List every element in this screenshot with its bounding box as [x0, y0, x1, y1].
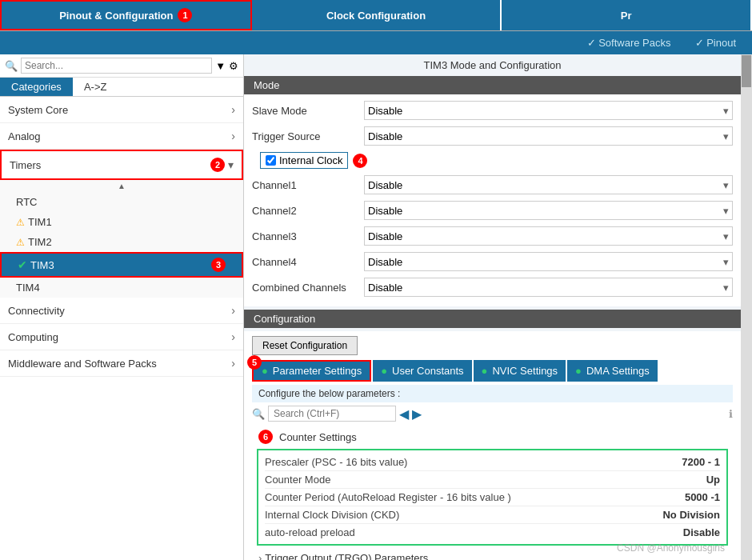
channel1-label: Channel1 — [252, 179, 364, 191]
channel3-select[interactable]: Disable ▾ — [364, 226, 733, 246]
pr-tab-label: Pr — [621, 10, 632, 22]
slave-mode-value: Disable — [368, 105, 402, 117]
chevron-right-icon: › — [231, 357, 235, 370]
channel4-select[interactable]: Disable ▾ — [364, 252, 733, 271]
clock-tab-label: Clock Configuration — [326, 10, 426, 22]
channel2-select[interactable]: Disable ▾ — [364, 201, 733, 220]
computing-label: Computing — [8, 331, 58, 343]
sidebar-item-tim4[interactable]: TIM4 — [0, 278, 243, 298]
sidebar-item-rtc[interactable]: RTC — [0, 192, 243, 212]
sidebar-item-tim1[interactable]: ⚠ TIM1 — [0, 212, 243, 232]
sidebar-item-tim2[interactable]: ⚠ TIM2 — [0, 232, 243, 252]
combined-channels-row: Combined Channels Disable ▾ — [252, 276, 733, 298]
warn-icon-tim2: ⚠ — [16, 237, 25, 248]
sidebar-item-computing[interactable]: Computing › — [0, 324, 243, 350]
tim1-label: TIM1 — [28, 216, 52, 228]
internal-clock-label: Internal Clock — [279, 154, 342, 166]
watermark: CSDN @Anonymousgirls — [617, 542, 725, 554]
right-scrollbar[interactable] — [741, 54, 752, 560]
chevron-right-icon: › — [231, 130, 235, 142]
channel4-row: Channel4 Disable ▾ — [252, 250, 733, 273]
prescaler-value: 7200 - 1 — [682, 456, 720, 468]
pinout-badge: 1 — [178, 8, 192, 22]
counter-row-period: Counter Period (AutoReload Register - 16… — [265, 489, 720, 506]
tim2-label: TIM2 — [28, 236, 52, 248]
counter-settings-header[interactable]: 6 Counter Settings — [252, 426, 733, 447]
sidebar-item-system-core[interactable]: System Core › — [0, 97, 243, 123]
channel1-row: Channel1 Disable ▾ — [252, 174, 733, 196]
prev-nav-icon[interactable]: ◀ — [399, 406, 409, 422]
channel4-value: Disable — [368, 256, 402, 268]
channel1-select[interactable]: Disable ▾ — [364, 175, 733, 194]
analog-label: Analog — [8, 130, 40, 142]
user-tab-label: User Constants — [392, 365, 464, 377]
channel2-label: Channel2 — [252, 205, 364, 217]
prescaler-label: Prescaler (PSC - 16 bits value) — [265, 456, 407, 468]
pr-tab[interactable]: Pr — [502, 0, 752, 30]
counter-period-label: Counter Period (AutoReload Register - 16… — [265, 491, 511, 503]
dma-settings-tab[interactable]: ● DMA Settings — [567, 360, 658, 382]
pinout-tab[interactable]: Pinout & Configuration 1 — [0, 0, 252, 30]
gear-icon[interactable]: ⚙ — [229, 60, 238, 72]
user-constants-tab[interactable]: ● User Constants — [373, 360, 471, 382]
trigger-output-label: Trigger Output (TRGO) Parameters — [265, 552, 428, 560]
chevron-down-icon: ▾ — [723, 105, 729, 117]
sidebar-item-middleware[interactable]: Middleware and Software Packs › — [0, 350, 243, 377]
param-tab-label: Parameter Settings — [273, 365, 362, 377]
search-param-input[interactable] — [268, 406, 396, 422]
tab-categories[interactable]: Categories — [0, 78, 73, 96]
channel1-value: Disable — [368, 179, 402, 191]
sidebar-item-tim3[interactable]: ✔ TIM3 3 — [0, 252, 243, 278]
search-icon: 🔍 — [5, 60, 18, 72]
sidebar-item-connectivity[interactable]: Connectivity › — [0, 298, 243, 324]
param-badge: 5 — [247, 355, 262, 370]
scroll-thumb — [742, 55, 751, 87]
reload-value: Disable — [683, 526, 720, 538]
search-param-bar: 🔍 ◀ ▶ ℹ — [252, 406, 733, 422]
sidebar-search-input[interactable] — [21, 58, 212, 74]
clock-tab[interactable]: Clock Configuration — [252, 0, 502, 30]
config-tabs: ● Parameter Settings 5 ● User Constants … — [252, 360, 733, 382]
timers-subitems: ▲ RTC ⚠ TIM1 ⚠ TIM2 ✔ TIM3 3 — [0, 180, 243, 298]
internal-clock-badge: 4 — [353, 154, 367, 168]
nvic-settings-tab[interactable]: ● NVIC Settings — [474, 360, 566, 382]
next-nav-icon[interactable]: ▶ — [412, 406, 422, 422]
param-settings-tab[interactable]: ● Parameter Settings 5 — [252, 360, 371, 382]
content-title: TIM3 Mode and Configuration — [244, 54, 741, 76]
sidebar-items: System Core › Analog › Timers 2 ▾ ▲ RTC … — [0, 97, 243, 560]
internal-clock-checkbox[interactable]: Internal Clock — [260, 152, 348, 169]
combined-channels-label: Combined Channels — [252, 282, 364, 294]
counter-settings-label: Counter Settings — [279, 431, 357, 443]
internal-clock-row: Internal Clock 4 — [252, 150, 733, 170]
channel2-row: Channel2 Disable ▾ — [252, 199, 733, 222]
rtc-label: RTC — [16, 196, 37, 208]
chevron-down-icon: ▾ — [228, 158, 234, 171]
tim3-label: TIM3 — [30, 259, 206, 271]
nvic-check-icon: ● — [482, 365, 488, 377]
ckd-value: No Division — [662, 509, 720, 521]
chevron-right-icon: › — [231, 304, 235, 317]
timers-label: Timers — [10, 159, 210, 171]
counter-row-prescaler: Prescaler (PSC - 16 bits value) 7200 - 1 — [265, 454, 720, 471]
trigger-source-select[interactable]: Disable ▾ — [364, 126, 733, 146]
dropdown-arrow: ▼ — [215, 60, 226, 72]
internal-clock-check[interactable] — [266, 155, 276, 166]
software-packs-link[interactable]: ✓ Software Packs — [587, 37, 671, 49]
combined-channels-select[interactable]: Disable ▾ — [364, 278, 733, 297]
pinout-link[interactable]: ✓ Pinout — [695, 37, 736, 49]
channel2-value: Disable — [368, 205, 402, 217]
chevron-down-icon: ▾ — [723, 205, 729, 217]
reset-config-button[interactable]: Reset Configuration — [252, 336, 358, 355]
tab-az[interactable]: A->Z — [73, 78, 118, 96]
slave-mode-select[interactable]: Disable ▾ — [364, 101, 733, 120]
chevron-down-icon: ▾ — [723, 256, 729, 268]
sidebar-item-analog[interactable]: Analog › — [0, 123, 243, 150]
config-section: Reset Configuration ● Parameter Settings… — [244, 331, 741, 560]
info-icon[interactable]: ℹ — [729, 408, 733, 420]
sidebar-search-bar: 🔍 ▼ ⚙ — [0, 54, 243, 78]
counter-row-ckd: Internal Clock Division (CKD) No Divisio… — [265, 506, 720, 524]
system-core-label: System Core — [8, 104, 68, 116]
config-section-header: Configuration — [244, 310, 741, 328]
sidebar-item-timers[interactable]: Timers 2 ▾ — [0, 150, 243, 180]
warn-icon-tim1: ⚠ — [16, 217, 25, 228]
